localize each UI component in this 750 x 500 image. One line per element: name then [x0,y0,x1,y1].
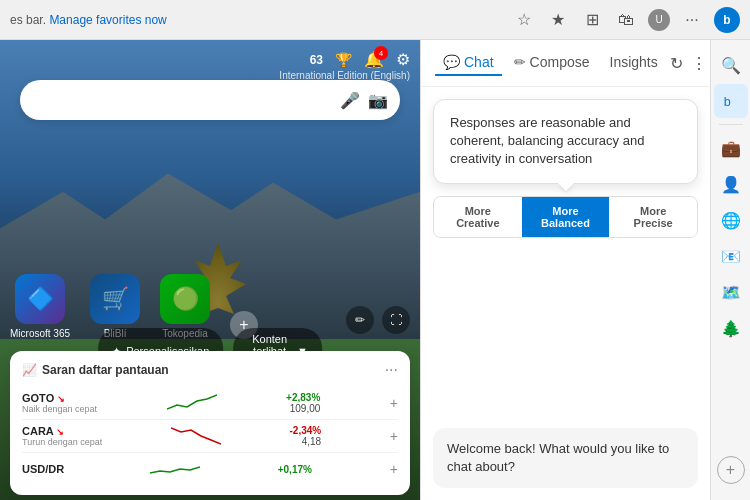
browser-page: 63 🏆 🔔 4 ⚙ International Edition (Englis… [0,40,420,500]
edit-icon[interactable]: ✏ [346,306,374,334]
tone-creative-btn[interactable]: More Creative [434,197,522,237]
favorites-icon[interactable]: ★ [546,8,570,32]
table-row: CARA ↘ Turun dengan cepat -2,34% 4,18 + [22,420,398,453]
trophy-icon: 🏆 [335,52,352,68]
table-row: GOTO ↘ Naik dengan cepat +2,83% 109,00 + [22,387,398,420]
tone-balanced-label: Balanced [526,217,606,229]
camera-icon[interactable]: 📷 [368,91,388,110]
sidebar-map-icon[interactable]: 🗺️ [714,275,748,309]
more-icon[interactable]: ··· [680,8,704,32]
toko-icon: 🟢 [160,274,210,324]
browser-bar: es bar. Manage favorites now ☆ ★ ⊞ 🛍 U ·… [0,0,750,40]
tone-balanced-btn[interactable]: More Balanced [522,197,610,237]
sidebar-add-btn[interactable]: + [717,456,745,484]
chat-body: Responses are reasonable and coherent, b… [421,87,710,500]
search-icons: 🎤 📷 [340,91,388,110]
sidebar-tree-icon[interactable]: 🌲 [714,311,748,345]
stock-info: GOTO ↘ Naik dengan cepat [22,392,97,414]
stock-chart-cara [171,424,221,448]
notification-badge: 4 [374,46,388,60]
main-content: 63 🏆 🔔 4 ⚙ International Edition (Englis… [0,40,750,500]
tone-popup: Responses are reasonable and coherent, b… [433,99,698,184]
sidebar-globe-icon[interactable]: 🌐 [714,203,748,237]
stock-chart-usd [150,457,200,481]
tab-icon[interactable]: ⊞ [580,8,604,32]
refresh-icon[interactable]: ↻ [670,54,683,73]
manage-favorites-link[interactable]: Manage favorites now [49,13,166,27]
stock-add-cara[interactable]: + [390,428,398,444]
tone-more-creative-label: More [438,205,518,217]
action-icons: ✏ ⛶ [346,306,410,334]
svg-text:b: b [723,95,730,109]
stock-values-cara: -2,34% 4,18 [289,425,321,447]
tab-chat[interactable]: 💬 Chat [435,50,502,76]
settings-icon[interactable]: ⚙ [396,50,410,69]
chat-header: 💬 Chat ✏ Compose Insights ↻ ⋮ ✕ [421,40,710,87]
notification-bell[interactable]: 🔔 4 [364,50,384,69]
stock-chart-goto [167,391,217,415]
bing-icon: b [722,92,740,110]
search-input[interactable] [32,92,340,108]
stock-widget: 📈 Saran daftar pantauan ··· GOTO ↘ Naik … [10,351,410,495]
stock-add-usd[interactable]: + [390,461,398,477]
tone-options: More Creative More Balanced More Precise [433,196,698,238]
tone-creative-label: Creative [438,217,518,229]
tone-more-balanced-label: More [526,205,606,217]
sidebar-email-icon[interactable]: 📧 [714,239,748,273]
welcome-message: Welcome back! What would you like to cha… [433,428,698,488]
bing-button[interactable]: b [714,7,740,33]
stock-values-usd: +0,17% [278,464,312,475]
tab-insights[interactable]: Insights [602,50,666,76]
compose-icon: ✏ [514,54,526,70]
stock-title: 📈 Saran daftar pantauan [22,363,169,377]
search-bar: 🎤 📷 [20,80,400,120]
browser-toolbar: ☆ ★ ⊞ 🛍 U ··· b [512,7,740,33]
tone-popup-text: Responses are reasonable and coherent, b… [450,114,681,169]
stock-header: 📈 Saran daftar pantauan ··· [22,361,398,379]
stock-values: +2,83% 109,00 [286,392,320,414]
m365-icon: 🔷 [15,274,65,324]
tone-more-precise-label: More [613,205,693,217]
sidebar-divider [719,124,743,125]
tone-precise-btn[interactable]: More Precise [609,197,697,237]
sidebar-person-icon[interactable]: 👤 [714,167,748,201]
mic-icon[interactable]: 🎤 [340,91,360,110]
table-row: USD/DR +0,17% + [22,453,398,485]
chat-panel: 💬 Chat ✏ Compose Insights ↻ ⋮ ✕ Response… [420,40,710,500]
sidebar-briefcase-icon[interactable]: 💼 [714,131,748,165]
tab-compose[interactable]: ✏ Compose [506,50,598,76]
chat-icon: 💬 [443,54,460,70]
stats-bar: 63 🏆 🔔 4 ⚙ [10,50,410,69]
shop-icon[interactable]: 🛍 [614,8,638,32]
blibli-icon: 🛒 [90,274,140,324]
sidebar-search-icon[interactable]: 🔍 [714,48,748,82]
score-text: 63 [310,53,323,67]
m365-label: Microsoft 365 [10,328,70,339]
stock-info-cara: CARA ↘ Turun dengan cepat [22,425,102,447]
stock-add-goto[interactable]: + [390,395,398,411]
avatar[interactable]: U [648,9,670,31]
stock-info-usd: USD/DR [22,463,72,475]
app-icon-m365[interactable]: 🔷 Microsoft 365 [10,274,70,339]
sidebar-bing-icon[interactable]: b [714,84,748,118]
fav-bar-text: es bar. [10,13,46,27]
tone-precise-label: Precise [613,217,693,229]
right-sidebar: 🔍 b 💼 👤 🌐 📧 🗺️ 🌲 + [710,40,750,500]
expand-icon[interactable]: ⛶ [382,306,410,334]
more-icon[interactable]: ⋮ [691,54,707,73]
star-icon[interactable]: ☆ [512,8,536,32]
stock-more-icon[interactable]: ··· [385,361,398,379]
